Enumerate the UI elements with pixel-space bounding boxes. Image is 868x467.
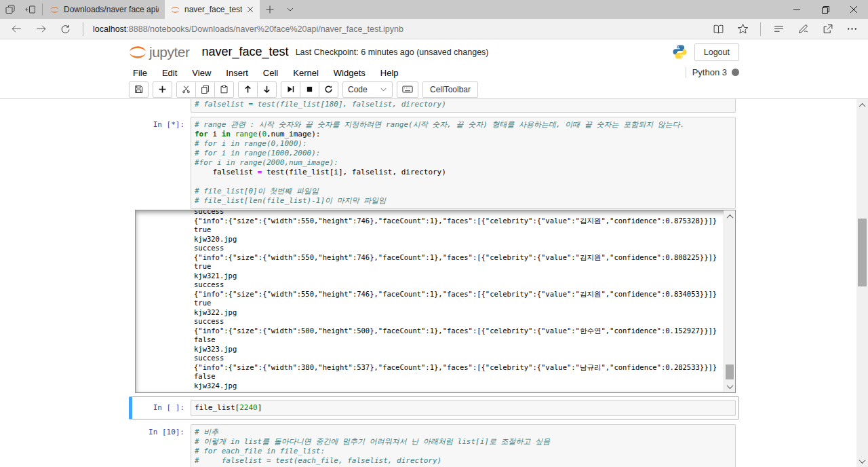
menu-items: FileEditViewInsertCellKernelWidgetsHelp	[129, 67, 406, 79]
menu-item-cell[interactable]: Cell	[256, 68, 285, 78]
kernel-busy-indicator	[732, 69, 739, 76]
scroll-thumb[interactable]	[858, 219, 867, 286]
back-button[interactable]	[4, 20, 28, 39]
favorites-star-icon[interactable]	[730, 20, 755, 39]
code-cell-selected[interactable]: In [ ]:file_list[2240]	[129, 396, 739, 419]
restart-kernel-button[interactable]	[319, 81, 338, 98]
menu-item-edit[interactable]: Edit	[155, 68, 184, 78]
tab-close-icon[interactable]	[247, 6, 254, 13]
jupyter-logo[interactable]: jupyter	[129, 43, 190, 61]
notebook-title[interactable]: naver_face_test	[202, 45, 289, 59]
checkpoint-status: Last Checkpoint: 6 minutes ago (unsaved …	[296, 48, 489, 57]
notebook-area: # falselist = test(file_list[180], false…	[0, 99, 868, 467]
navbar-right-icons	[706, 20, 864, 39]
cut-cell-button[interactable]	[176, 81, 196, 98]
code-cell[interactable]: In [*]:# range 관련 : 시작 숫자와 끝 숫자를 지정하려면 r…	[129, 113, 739, 396]
interrupt-kernel-button[interactable]	[300, 81, 319, 98]
cell-input[interactable]: # 비추# 이렇게 in list를 돌아다니면 중간에 멈추기 어려워져서 난…	[191, 424, 736, 467]
forward-button[interactable]	[28, 20, 53, 39]
output-scrollbar[interactable]	[724, 210, 735, 392]
tab-label: naver_face_test	[184, 5, 242, 14]
menu-item-view[interactable]: View	[184, 68, 218, 78]
cell-prompt: In [*]:	[135, 117, 191, 209]
share-icon[interactable]	[815, 20, 840, 39]
jupyter-logo-icon	[129, 43, 146, 61]
python-logo-icon	[672, 44, 688, 60]
scroll-down-arrow[interactable]	[724, 381, 735, 392]
chevron-down-icon	[380, 86, 387, 93]
scroll-thumb[interactable]	[726, 365, 734, 379]
browser-tab-bar: Downloads/naver face api/ naver_face_tes…	[0, 0, 868, 19]
tab-list-chevron-icon[interactable]	[280, 0, 300, 19]
close-window-button[interactable]	[840, 0, 868, 19]
cell-type-dropdown[interactable]: Code	[342, 81, 393, 98]
url-path: :8888/notebooks/Downloads/naver%20face%2…	[126, 24, 403, 34]
window-controls	[783, 0, 868, 19]
jupyter-header: jupyter naver_face_test Last Checkpoint:…	[0, 39, 868, 64]
menu-item-widgets[interactable]: Widgets	[326, 68, 373, 78]
menu-item-kernel[interactable]: Kernel	[285, 68, 326, 78]
hub-icon[interactable]	[766, 20, 791, 39]
jupyter-menubar: FileEditViewInsertCellKernelWidgetsHelp …	[0, 64, 868, 80]
paste-cell-button[interactable]	[214, 81, 234, 98]
tab-label: Downloads/naver face api/	[64, 5, 159, 14]
jupyter-favicon	[50, 5, 59, 14]
kernel-name: Python 3	[692, 67, 727, 77]
page-scrollbar[interactable]	[856, 99, 868, 467]
command-palette-button[interactable]	[397, 81, 418, 98]
refresh-button[interactable]	[53, 20, 77, 39]
move-cell-down-button[interactable]	[257, 81, 277, 98]
cell-prompt: In [10]:	[135, 424, 191, 467]
url-host: localhost	[93, 24, 126, 34]
insert-cell-below-button[interactable]	[153, 81, 172, 98]
logout-button[interactable]: Logout	[694, 43, 739, 61]
address-bar[interactable]: localhost:8888/notebooks/Downloads/naver…	[93, 24, 403, 34]
annotate-pen-icon[interactable]	[791, 20, 815, 39]
menu-item-file[interactable]: File	[129, 68, 155, 78]
new-tab-button[interactable]	[260, 0, 280, 19]
tabbar-separator	[42, 3, 43, 16]
cell-prompt	[135, 99, 191, 113]
minimize-button[interactable]	[783, 0, 811, 19]
tab-preview-icon[interactable]	[0, 0, 20, 19]
celltoolbar-button[interactable]: CellToolbar	[422, 81, 478, 98]
cell-input[interactable]: # range 관련 : 시작 숫자와 끝 숫자를 지정하려면 range(시작…	[191, 117, 736, 209]
scroll-up-arrow[interactable]	[856, 100, 868, 111]
jupyter-favicon	[171, 5, 180, 14]
cell-input[interactable]: # falselist = test(file_list[180], false…	[191, 99, 736, 113]
browser-tab-downloads[interactable]: Downloads/naver face api/	[44, 0, 165, 19]
more-actions-icon[interactable]	[840, 20, 864, 39]
cell-input[interactable]: file_list[2240]	[191, 400, 736, 416]
code-cell[interactable]: In [10]:# 비추# 이렇게 in list를 돌아다니면 중간에 멈추기…	[129, 421, 739, 467]
restore-button[interactable]	[811, 0, 840, 19]
navbar-separator	[83, 22, 83, 36]
scroll-down-arrow[interactable]	[856, 455, 868, 466]
cell-type-value: Code	[348, 85, 368, 94]
menu-item-help[interactable]: Help	[373, 68, 406, 78]
cell-output-scroll[interactable]: success {"info":{"size":{"width":550,"he…	[135, 210, 736, 393]
cell-prompt: In [ ]:	[135, 400, 191, 416]
move-cell-up-button[interactable]	[238, 81, 258, 98]
run-cell-button[interactable]	[281, 81, 300, 98]
set-tabs-aside-icon[interactable]	[20, 0, 41, 19]
kernel-indicator: Python 3	[686, 67, 739, 78]
output-text: success {"info":{"size":{"width":550,"he…	[136, 210, 735, 392]
save-button[interactable]	[129, 81, 149, 98]
browser-navigation-bar: localhost:8888/notebooks/Downloads/naver…	[0, 19, 868, 39]
menu-item-insert[interactable]: Insert	[218, 68, 256, 78]
navbar-separator	[760, 22, 761, 36]
scroll-up-arrow[interactable]	[724, 211, 735, 222]
browser-tab-active[interactable]: naver_face_test	[165, 0, 260, 19]
copy-cell-button[interactable]	[195, 81, 215, 98]
jupyter-logo-text: jupyter	[149, 44, 190, 60]
jupyter-toolbar: Code CellToolbar	[0, 80, 868, 99]
reading-view-icon[interactable]	[706, 20, 730, 39]
cell-column: # falselist = test(file_list[180], false…	[129, 99, 739, 467]
